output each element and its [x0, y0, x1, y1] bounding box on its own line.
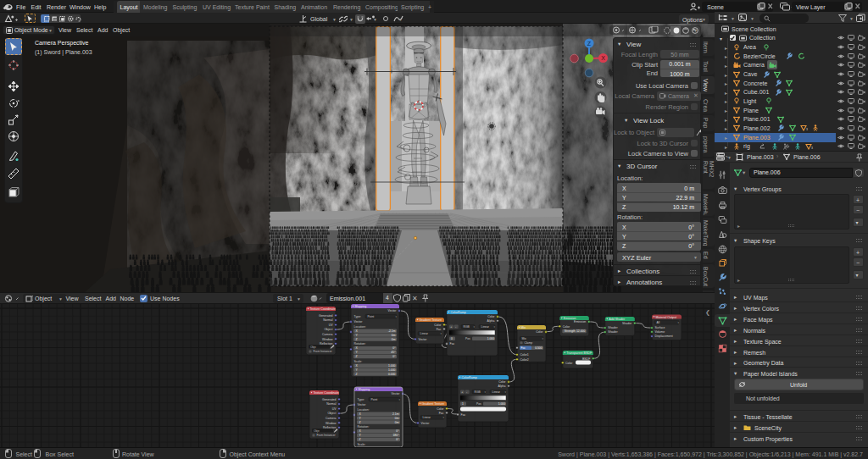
svg-text:Texture Coordinate: Texture Coordinate: [310, 307, 336, 311]
svg-text:❮: ❮: [705, 309, 710, 316]
svg-text:1.000: 1.000: [388, 364, 396, 368]
svg-text:Vector: Vector: [419, 338, 428, 341]
svg-text:3: 3: [806, 129, 808, 132]
svg-text:Displacement: Displacement: [655, 335, 673, 338]
svg-text:Surface: Surface: [655, 326, 665, 329]
svg-text:Obje: Obje: [310, 346, 316, 349]
svg-text:1.000: 1.000: [388, 368, 396, 372]
svg-text:Type:: Type:: [358, 398, 365, 401]
svg-text:Linear: Linear: [492, 390, 501, 394]
svg-text:Alpha: Alpha: [498, 384, 506, 388]
svg-text:3: 3: [811, 147, 813, 150]
svg-text:Color1: Color1: [520, 353, 529, 357]
svg-text:Color: Color: [434, 324, 442, 327]
svg-text:Color: Color: [498, 380, 506, 384]
svg-text:Fac: Fac: [461, 413, 466, 417]
svg-text:Shader: Shader: [608, 326, 618, 329]
svg-text:Z: Z: [356, 355, 358, 358]
svg-text:RGB: RGB: [475, 390, 481, 394]
svg-text:Normal: Normal: [326, 402, 337, 406]
svg-text:0.500: 0.500: [535, 346, 542, 350]
svg-text:Vector: Vector: [388, 309, 398, 312]
svg-text:UV: UV: [332, 407, 337, 411]
svg-text:Pos: Pos: [476, 402, 481, 406]
svg-text:Scale:: Scale:: [354, 360, 363, 363]
svg-text:45°: 45°: [391, 351, 396, 354]
svg-text:Clamp: Clamp: [525, 341, 533, 345]
svg-text:Shader: Shader: [622, 322, 632, 325]
svg-text:Rotation:: Rotation:: [358, 425, 370, 429]
svg-text:Generated: Generated: [319, 314, 333, 318]
svg-text:Texture Coordinate: Texture Coordinate: [314, 391, 339, 395]
svg-text:Gradient Texture: Gradient Texture: [422, 402, 445, 406]
svg-text:0.000: 0.000: [388, 373, 396, 376]
svg-text:Z: Z: [359, 421, 361, 424]
svg-text:From Instancer: From Instancer: [314, 350, 333, 353]
svg-text:Color: Color: [563, 325, 570, 329]
svg-text:0m: 0m: [392, 334, 396, 337]
svg-text:Z: Z: [356, 338, 358, 341]
svg-text:Color2: Color2: [520, 358, 529, 362]
svg-text:ColorRamp: ColorRamp: [462, 376, 477, 379]
svg-text:Camera: Camera: [322, 333, 333, 336]
svg-text:Normal: Normal: [323, 318, 333, 322]
svg-text:180°: 180°: [392, 434, 399, 437]
svg-text:ColorRamp: ColorRamp: [451, 311, 466, 314]
svg-text:Location:: Location:: [358, 408, 370, 412]
svg-text:All: All: [657, 321, 660, 324]
svg-text:Z: Z: [359, 438, 361, 441]
svg-text:Color: Color: [437, 407, 444, 411]
svg-text:Scale:: Scale:: [358, 443, 366, 446]
svg-text:Location:: Location:: [354, 325, 366, 329]
svg-text:-2.1m: -2.1m: [388, 329, 396, 333]
svg-text:Linear: Linear: [420, 332, 429, 335]
svg-text:Linear: Linear: [481, 325, 490, 329]
svg-text:+: +: [461, 390, 463, 394]
svg-text:1: 1: [462, 402, 464, 406]
svg-text:Point: Point: [371, 398, 378, 401]
svg-text:Mix: Mix: [521, 326, 526, 329]
svg-text:Fac: Fac: [521, 346, 526, 350]
svg-text:0m: 0m: [395, 421, 399, 424]
svg-text:0m: 0m: [392, 338, 396, 341]
svg-text:0: 0: [451, 337, 453, 340]
svg-text:Vector: Vector: [358, 403, 367, 406]
svg-text:Window: Window: [326, 422, 337, 425]
svg-text:Fac: Fac: [439, 412, 444, 415]
svg-text:Object: Object: [324, 328, 332, 331]
svg-text:1.000: 1.000: [487, 337, 494, 340]
svg-text:Mix: Mix: [522, 337, 527, 340]
svg-text:RGB: RGB: [464, 325, 470, 329]
svg-text:0m: 0m: [395, 417, 399, 420]
svg-text:Strength: Strength: [565, 329, 576, 333]
svg-text:From Instancer: From Instancer: [317, 434, 337, 437]
svg-text:UV: UV: [329, 324, 334, 327]
svg-text:Add Shader: Add Shader: [609, 318, 626, 321]
svg-text:Color: Color: [565, 362, 573, 365]
svg-text:Generated: Generated: [322, 398, 337, 401]
svg-text:Object: Object: [327, 412, 336, 415]
svg-text:Color: Color: [536, 330, 543, 334]
svg-text:Mapping: Mapping: [359, 388, 370, 391]
svg-text:2.1m: 2.1m: [392, 412, 399, 416]
svg-text:Pos: Pos: [465, 337, 470, 340]
svg-text:Alpha: Alpha: [487, 319, 495, 323]
svg-text:BSDF: BSDF: [582, 357, 590, 361]
svg-text:Fac: Fac: [450, 342, 455, 346]
svg-text:Type:: Type:: [354, 315, 362, 318]
svg-text:Camera: Camera: [326, 417, 337, 420]
svg-text:Fac: Fac: [437, 328, 442, 331]
svg-text:Window: Window: [322, 338, 333, 341]
svg-text:Z: Z: [587, 41, 592, 47]
svg-text:Gradient Texture: Gradient Texture: [420, 318, 442, 322]
svg-text:Rotation:: Rotation:: [354, 342, 366, 346]
svg-text:Mapping: Mapping: [355, 305, 367, 308]
svg-text:Volume: Volume: [655, 330, 665, 334]
svg-text:Shader: Shader: [608, 330, 618, 334]
svg-text:12.000: 12.000: [576, 329, 585, 333]
svg-text:Color: Color: [487, 315, 495, 318]
svg-text:+: +: [450, 325, 452, 329]
svg-text:Obje: Obje: [314, 429, 320, 433]
svg-text:Z: Z: [356, 373, 358, 376]
svg-text:Material Output: Material Output: [656, 316, 677, 319]
